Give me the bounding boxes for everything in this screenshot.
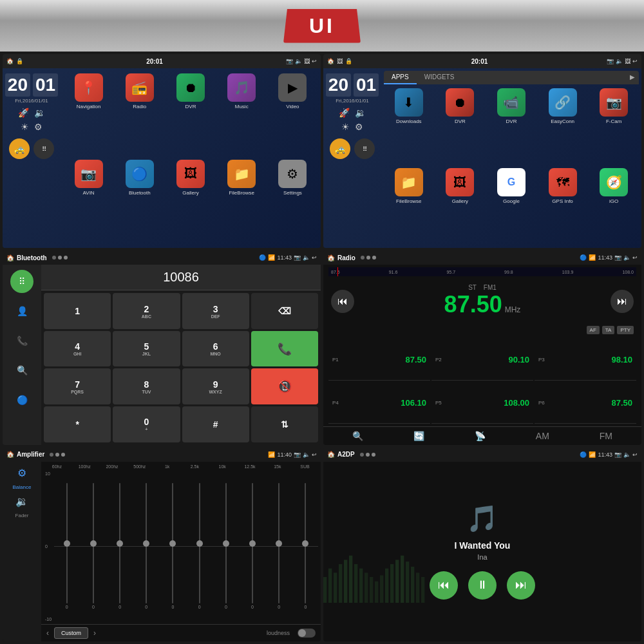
slider-500hz[interactable]: 0 (134, 471, 159, 621)
eq-sliders-icon[interactable]: ⚙ (5, 467, 39, 479)
key-5[interactable]: 5JKL (113, 331, 180, 367)
p2-label: P2 (435, 357, 442, 363)
key-hangup[interactable]: 📵 (251, 368, 318, 404)
key-0[interactable]: 0+ (113, 406, 180, 442)
radio-icon: 📻 (126, 73, 154, 102)
app-video[interactable]: ▶ Video (269, 73, 317, 157)
key-1[interactable]: 1 (44, 293, 111, 329)
app-fcam[interactable]: 📷 F-Cam (590, 88, 638, 164)
app-filebrowse[interactable]: 📁 FileBrowse (218, 160, 266, 243)
slider-sub[interactable]: 0 (293, 471, 318, 621)
preset-p5[interactable]: P5 108.00 (431, 382, 533, 423)
slider-60hz[interactable]: 0 (54, 471, 79, 621)
tab-apps[interactable]: APPS (384, 71, 417, 84)
radio-fm-btn[interactable]: FM (600, 431, 612, 441)
slider-10k[interactable]: 0 (213, 471, 238, 621)
tag-af[interactable]: AF (587, 326, 600, 334)
preset-p1[interactable]: P1 87.50 (328, 339, 430, 381)
tab-store[interactable]: ▶ (626, 71, 639, 84)
preset-p3[interactable]: P3 98.10 (535, 339, 636, 381)
eq-next-arrow[interactable]: › (93, 629, 96, 638)
app-easyconn[interactable]: 🔗 EasyConn (539, 88, 587, 164)
key-8[interactable]: 8TUV (113, 368, 180, 404)
bt-settings-btn[interactable]: 🔵 (10, 388, 33, 412)
calls-btn[interactable]: 📞 (10, 329, 33, 352)
preset-p2[interactable]: P2 90.10 (431, 339, 533, 381)
apps-button-s2[interactable]: ⠿ (354, 138, 375, 159)
eq-preset-custom-btn[interactable]: Custom (54, 627, 88, 639)
app-downloads[interactable]: ⬇ Downloads (385, 88, 433, 164)
app-google[interactable]: G Google (488, 168, 535, 244)
video-icon: ▶ (278, 73, 307, 102)
next-track-btn[interactable]: ⏭ (507, 571, 535, 600)
preset-p6[interactable]: P6 87.50 (535, 382, 636, 423)
slider-15k[interactable]: 0 (267, 471, 292, 621)
key-star[interactable]: * (44, 406, 111, 442)
preset-p4[interactable]: P4 106.10 (328, 382, 430, 423)
app-gallery2[interactable]: 🖼 Gallery (437, 168, 484, 244)
screen-radio: 🏠 Radio 🔵 📶 11:43 📷 🔈 ↩ 87.5 (323, 251, 641, 444)
vol-icon-s1: 🔈 (295, 58, 302, 64)
band-15k: 15k (264, 464, 290, 469)
app-dvr2[interactable]: ⏺ DVR (437, 88, 484, 164)
app-dvr[interactable]: ⏺ DVR (166, 73, 214, 157)
key-3[interactable]: 3DEF (182, 293, 249, 329)
tab-widgets[interactable]: WIDGETS (417, 71, 462, 84)
radio-prev-btn[interactable]: ⏮ (331, 290, 354, 313)
key-4[interactable]: 4GHI (44, 331, 111, 367)
loudness-toggle[interactable] (298, 629, 316, 638)
tag-ta[interactable]: TA (602, 326, 615, 334)
app-avin[interactable]: 📷 AVIN (64, 160, 113, 243)
radio-bottom: 🔍 🔄 📡 AM FM (323, 426, 641, 445)
tag-pty[interactable]: PTY (617, 326, 634, 334)
app-navigation[interactable]: 📍 Navigation (64, 73, 113, 157)
search-btn[interactable]: 🔍 (10, 359, 33, 382)
slider-12k5[interactable]: 0 (240, 471, 265, 621)
slider-1k[interactable]: 0 (160, 471, 185, 621)
key-7[interactable]: 7PQRS (44, 368, 111, 404)
svg-rect-2 (334, 573, 337, 603)
bt-header-title: Bluetooth (17, 254, 47, 261)
play-pause-btn[interactable]: ⏸ (468, 571, 497, 600)
radio-am-btn[interactable]: AM (536, 431, 549, 441)
key-2[interactable]: 2ABC (113, 293, 180, 329)
app-settings[interactable]: ⚙ Settings (269, 160, 317, 243)
status-bar-2: 🏠 🖼 🔒 20:01 📷 🔈 🖼 ↩ (323, 54, 641, 68)
gallery2-icon: 🖼 (446, 168, 474, 196)
p3-freq: 98.10 (611, 355, 632, 365)
key-9[interactable]: 9WXYZ (182, 368, 249, 404)
settings-label: Settings (283, 190, 302, 196)
app-radio[interactable]: 📻 Radio (115, 73, 164, 157)
key-call[interactable]: 📞 (251, 331, 318, 367)
radio-next-btn[interactable]: ⏭ (611, 290, 634, 313)
app-music[interactable]: 🎵 Music (218, 73, 266, 157)
app-gpsinfo[interactable]: 🗺 GPS Info (539, 168, 587, 244)
slider-200hz[interactable]: 0 (108, 471, 133, 621)
apps-button[interactable]: ⠿ (33, 138, 54, 159)
contacts-btn[interactable]: 👤 (10, 299, 33, 323)
band-sub: SUB (292, 464, 318, 469)
radio-search-btn[interactable]: 🔍 (352, 431, 363, 441)
app-gallery[interactable]: 🖼 Gallery (166, 160, 214, 243)
prev-track-btn[interactable]: ⏮ (430, 571, 458, 600)
cab-button-s2[interactable]: 🚕 (330, 138, 350, 159)
slider-100hz[interactable]: 0 (80, 471, 106, 621)
key-6[interactable]: 6MNO (182, 331, 249, 367)
app-igo[interactable]: 🧭 iGO (590, 168, 638, 244)
app-dvr3[interactable]: 📹 DVR (488, 88, 535, 164)
key-hash[interactable]: # (182, 406, 249, 442)
cab-button[interactable]: 🚕 (9, 138, 30, 159)
key-backspace[interactable]: ⌫ (251, 293, 318, 329)
radio-antenna-btn[interactable]: 📡 (475, 431, 486, 441)
volume-icon-eq[interactable]: 🔉 (5, 495, 39, 507)
radio-unit: MHz (505, 305, 521, 314)
p1-freq: 87.50 (405, 355, 426, 365)
key-transfer[interactable]: ⇅ (251, 406, 318, 442)
radio-repeat-btn[interactable]: 🔄 (413, 431, 424, 441)
eq-prev-arrow[interactable]: ‹ (46, 629, 49, 638)
band-500hz: 500hz (126, 464, 153, 469)
slider-2k5[interactable]: 0 (187, 471, 212, 621)
app-filebrowse2[interactable]: 📁 FileBrowse (385, 168, 433, 244)
app-bluetooth[interactable]: 🔵 Bluetooth (115, 160, 164, 243)
dialpad-btn[interactable]: ⠿ (10, 270, 33, 293)
